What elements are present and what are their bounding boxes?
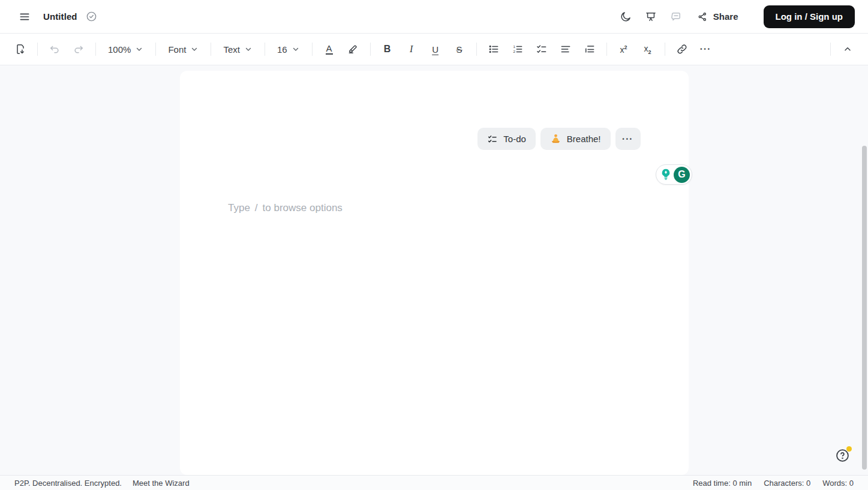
presentation-screen-icon xyxy=(645,11,657,23)
dark-mode-button[interactable] xyxy=(614,5,637,28)
help-button[interactable] xyxy=(835,447,851,464)
text-color-icon: A xyxy=(326,44,333,55)
toolbar-divider xyxy=(370,43,371,56)
share-button[interactable]: Share xyxy=(690,5,746,28)
bold-icon: B xyxy=(384,44,391,55)
bullet-list-icon xyxy=(488,43,500,55)
bullet-list-button[interactable] xyxy=(482,38,506,60)
toolbar-divider xyxy=(95,43,96,56)
toolbar-more-button[interactable]: ••• xyxy=(694,38,718,60)
hamburger-icon xyxy=(19,11,31,23)
underline-icon: U xyxy=(432,44,438,55)
meet-the-wizard-link[interactable]: Meet the Wizard xyxy=(133,479,190,488)
numbered-list-icon: 12 xyxy=(512,43,524,55)
placeholder-slash: / xyxy=(255,202,258,214)
superscript-button[interactable]: x2 xyxy=(612,38,636,60)
numbered-list-button[interactable]: 12 xyxy=(506,38,530,60)
quick-actions-more-button[interactable]: ••• xyxy=(615,128,641,150)
toolbar-divider xyxy=(37,43,38,56)
moon-icon xyxy=(620,11,632,23)
breathe-quick-action-button[interactable]: Breathe! xyxy=(540,128,611,150)
toolbar-divider xyxy=(155,43,156,56)
editor-placeholder[interactable]: Type / to browse options xyxy=(228,197,343,219)
highlighter-icon xyxy=(347,43,359,55)
font-family-value: Font xyxy=(168,44,186,55)
tagline: P2P. Decentralised. Encrypted. xyxy=(14,479,122,488)
lightbulb-icon xyxy=(660,168,672,181)
status-bar: P2P. Decentralised. Encrypted. Meet the … xyxy=(0,475,868,490)
read-time: Read time: 0 min xyxy=(693,479,752,488)
paragraph-style-dropdown[interactable]: Text xyxy=(216,38,260,60)
toolbar-divider xyxy=(211,43,211,56)
svg-text:2: 2 xyxy=(513,49,515,53)
share-label: Share xyxy=(713,11,738,22)
vertical-scrollbar-thumb[interactable] xyxy=(862,146,867,470)
todo-quick-action-button[interactable]: To-do xyxy=(477,128,536,150)
grammarly-g-icon: G xyxy=(674,167,690,183)
strikethrough-icon: S xyxy=(456,44,462,55)
font-size-dropdown[interactable]: 16 xyxy=(270,38,307,60)
subscript-icon: x2 xyxy=(644,44,651,55)
text-color-button[interactable]: A xyxy=(317,38,341,60)
menu-button[interactable] xyxy=(13,5,36,28)
italic-icon: I xyxy=(410,44,413,55)
chevron-up-icon xyxy=(843,44,852,54)
svg-text:1: 1 xyxy=(513,44,515,49)
toolbar-divider xyxy=(606,43,607,56)
undo-icon xyxy=(49,43,61,55)
comments-button[interactable] xyxy=(665,5,687,28)
indent-icon xyxy=(584,43,596,55)
font-size-value: 16 xyxy=(277,44,287,55)
chevron-down-icon xyxy=(244,45,253,53)
bold-button[interactable]: B xyxy=(376,38,400,60)
checklist-button[interactable] xyxy=(530,38,554,60)
align-left-icon xyxy=(560,43,572,55)
toolbar-divider xyxy=(830,43,831,56)
underline-button[interactable]: U xyxy=(424,38,447,60)
notification-dot xyxy=(846,446,852,452)
redo-icon xyxy=(73,43,85,55)
insert-link-button[interactable] xyxy=(670,38,694,60)
header: Untitled Share Log in / Sign up xyxy=(0,0,868,34)
zoom-value: 100% xyxy=(108,44,131,55)
toolbar-divider xyxy=(265,43,265,56)
grammarly-widget[interactable]: G xyxy=(656,164,692,185)
undo-button[interactable] xyxy=(43,38,67,60)
redo-button[interactable] xyxy=(67,38,91,60)
zoom-dropdown[interactable]: 100% xyxy=(101,38,151,60)
toolbar-divider xyxy=(476,43,477,56)
document-download-icon xyxy=(14,43,26,55)
saved-check-circle-icon xyxy=(86,11,97,22)
link-icon xyxy=(676,43,688,55)
export-document-button[interactable] xyxy=(8,38,32,60)
paragraph-style-value: Text xyxy=(223,44,240,55)
toolbar-divider xyxy=(312,43,313,56)
font-family-dropdown[interactable]: Font xyxy=(161,38,206,60)
placeholder-prefix: Type xyxy=(228,202,250,214)
meditating-person-emoji-icon xyxy=(550,133,561,145)
align-button[interactable] xyxy=(554,38,578,60)
word-count: Words: 0 xyxy=(822,479,854,488)
ellipsis-icon: ••• xyxy=(623,136,633,142)
share-nodes-icon xyxy=(697,11,708,22)
document-page[interactable]: Type / to browse options To-do Breathe! … xyxy=(180,71,689,475)
document-title[interactable]: Untitled xyxy=(43,11,77,22)
present-button[interactable] xyxy=(639,5,662,28)
ellipsis-icon: ••• xyxy=(700,46,711,52)
subscript-button[interactable]: x2 xyxy=(636,38,660,60)
strikethrough-button[interactable]: S xyxy=(447,38,471,60)
italic-button[interactable]: I xyxy=(400,38,424,60)
chevron-down-icon xyxy=(135,45,143,53)
formatting-toolbar: 100% Font Text 16 A B I xyxy=(0,34,868,65)
todo-label: To-do xyxy=(503,134,526,144)
quick-actions: To-do Breathe! ••• xyxy=(477,128,641,150)
toolbar-divider xyxy=(665,43,665,56)
character-count: Characters: 0 xyxy=(764,479,810,488)
indent-button[interactable] xyxy=(578,38,602,60)
superscript-icon: x2 xyxy=(620,44,627,55)
highlight-button[interactable] xyxy=(341,38,365,60)
login-signup-button[interactable]: Log in / Sign up xyxy=(764,5,855,28)
collapse-toolbar-button[interactable] xyxy=(836,38,860,60)
checklist-icon xyxy=(487,134,498,145)
chevron-down-icon xyxy=(190,45,199,53)
